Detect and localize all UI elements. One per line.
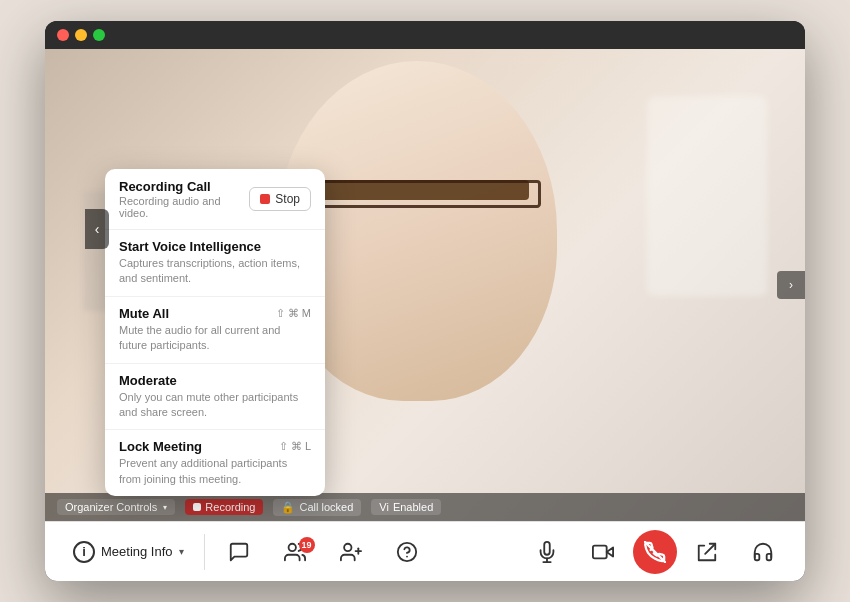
organizer-controls-menu: Recording Call Recording audio and video…	[105, 169, 325, 496]
help-icon	[396, 541, 418, 563]
svg-point-1	[344, 543, 351, 550]
video-button[interactable]	[577, 535, 629, 569]
mute-all-title: Mute All ⇧ ⌘ M	[119, 306, 311, 321]
moderate-item[interactable]: Moderate Only you can mute other partici…	[105, 364, 325, 431]
meeting-info-label: Meeting Info	[101, 544, 173, 559]
title-bar	[45, 21, 805, 49]
menu-header-info: Recording Call Recording audio and video…	[119, 179, 249, 219]
vi-status: Enabled	[393, 501, 433, 513]
organizer-chevron-icon: ▾	[163, 503, 167, 512]
start-voice-intelligence-title: Start Voice Intelligence	[119, 239, 311, 254]
call-locked-badge[interactable]: 🔒 Call locked	[273, 499, 361, 516]
expand-panel-button[interactable]: ›	[777, 271, 805, 299]
audio-button[interactable]	[737, 535, 789, 569]
mute-all-desc: Mute the audio for all current and futur…	[119, 323, 311, 354]
meeting-info-button[interactable]: i Meeting Info ▾	[61, 535, 196, 569]
menu-header: Recording Call Recording audio and video…	[105, 169, 325, 230]
microphone-icon	[536, 541, 558, 563]
end-call-icon	[644, 541, 666, 563]
organizer-label: Organizer Controls	[65, 501, 157, 513]
participants-count-badge: 19	[299, 537, 315, 553]
chat-button[interactable]	[213, 535, 265, 569]
close-button[interactable]	[57, 29, 69, 41]
locked-label: Call locked	[299, 501, 353, 513]
start-voice-intelligence-item[interactable]: Start Voice Intelligence Captures transc…	[105, 230, 325, 297]
svg-marker-8	[607, 547, 613, 556]
main-window: ‹ Recording Call Recording audio and vid…	[45, 21, 805, 581]
menu-subtitle: Recording audio and video.	[119, 195, 249, 219]
meeting-info-chevron-icon: ▾	[179, 546, 184, 557]
lock-meeting-item[interactable]: Lock Meeting ⇧ ⌘ L Prevent any additiona…	[105, 430, 325, 496]
recording-status-badge[interactable]: Recording	[185, 499, 263, 515]
toolbar: i Meeting Info ▾ 19	[45, 521, 805, 581]
stop-label: Stop	[275, 192, 300, 206]
minimize-button[interactable]	[75, 29, 87, 41]
add-person-button[interactable]	[325, 535, 377, 569]
help-button[interactable]	[381, 535, 433, 569]
status-bar: Organizer Controls ▾ Recording 🔒 Call lo…	[45, 493, 805, 521]
info-icon: i	[73, 541, 95, 563]
traffic-lights	[57, 29, 105, 41]
camera-icon	[592, 541, 614, 563]
stop-recording-icon	[260, 194, 270, 204]
vi-status-badge[interactable]: Vi Enabled	[371, 499, 441, 515]
expand-icon: ›	[789, 278, 793, 292]
chat-icon	[228, 541, 250, 563]
bg-element-1	[647, 96, 767, 296]
svg-rect-9	[593, 545, 607, 558]
lock-meeting-desc: Prevent any additional participants from…	[119, 456, 311, 487]
moderate-desc: Only you can mute other participants and…	[119, 390, 311, 421]
maximize-button[interactable]	[93, 29, 105, 41]
recording-dot-icon	[193, 503, 201, 511]
recording-label: Recording	[205, 501, 255, 513]
mute-all-item[interactable]: Mute All ⇧ ⌘ M Mute the audio for all cu…	[105, 297, 325, 364]
svg-point-0	[288, 543, 295, 550]
lock-icon: 🔒	[281, 501, 295, 514]
organizer-controls-badge[interactable]: Organizer Controls ▾	[57, 499, 175, 515]
menu-title: Recording Call	[119, 179, 249, 194]
collapse-panel-button[interactable]: ‹	[85, 209, 109, 249]
add-person-icon	[340, 541, 362, 563]
vi-label: Vi	[379, 501, 389, 513]
start-voice-intelligence-desc: Captures transcriptions, action items, a…	[119, 256, 311, 287]
chevron-left-icon: ‹	[95, 221, 100, 237]
share-screen-icon	[696, 541, 718, 563]
share-screen-button[interactable]	[681, 535, 733, 569]
toolbar-divider-1	[204, 534, 205, 570]
moderate-title: Moderate	[119, 373, 311, 388]
video-area: ‹ Recording Call Recording audio and vid…	[45, 49, 805, 521]
end-call-button[interactable]	[633, 530, 677, 574]
stop-recording-button[interactable]: Stop	[249, 187, 311, 211]
lock-meeting-title: Lock Meeting ⇧ ⌘ L	[119, 439, 311, 454]
mute-all-shortcut: ⇧ ⌘ M	[276, 307, 311, 320]
lock-meeting-shortcut: ⇧ ⌘ L	[279, 440, 311, 453]
mute-button[interactable]	[521, 535, 573, 569]
headphones-icon	[752, 541, 774, 563]
participants-button[interactable]: 19	[269, 535, 321, 569]
